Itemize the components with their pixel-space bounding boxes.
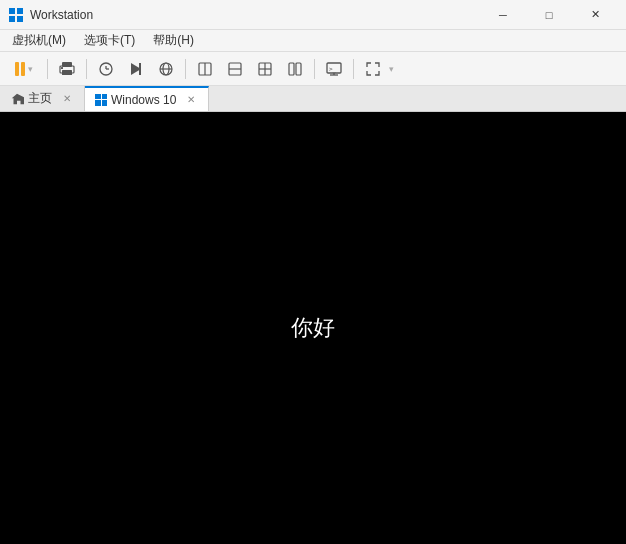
snapshot-icon [98, 61, 114, 77]
menu-vm[interactable]: 虚拟机(M) [4, 30, 74, 51]
separator-4 [314, 59, 315, 79]
menu-help[interactable]: 帮助(H) [145, 30, 202, 51]
svg-text:>_: >_ [329, 65, 337, 73]
fullscreen-arrow: ▾ [389, 64, 394, 74]
layout1-button[interactable] [191, 55, 219, 83]
svg-rect-24 [296, 63, 301, 75]
console-button[interactable]: >_ [320, 55, 348, 83]
separator-3 [185, 59, 186, 79]
vm-main-area: 你好 [0, 112, 626, 544]
svg-rect-7 [61, 67, 63, 69]
tab-windows10-label: Windows 10 [111, 93, 176, 107]
fullscreen-icon [365, 61, 381, 77]
close-button[interactable]: ✕ [572, 0, 618, 30]
vm-display[interactable]: 你好 [0, 112, 626, 544]
layout2-button[interactable] [221, 55, 249, 83]
layout4-button[interactable] [281, 55, 309, 83]
layout3-icon [257, 61, 273, 77]
suspend-button[interactable] [122, 55, 150, 83]
pause-icon: ▾ [15, 62, 33, 76]
windows-icon [95, 94, 107, 106]
menu-bar: 虚拟机(M) 选项卡(T) 帮助(H) [0, 30, 626, 52]
home-icon [10, 92, 24, 106]
network-icon [158, 61, 174, 77]
tab-home-label: 主页 [28, 90, 52, 107]
svg-rect-0 [9, 8, 15, 14]
tab-windows10[interactable]: Windows 10 ✕ [85, 86, 209, 111]
tab-windows10-close[interactable]: ✕ [184, 93, 198, 106]
separator-2 [86, 59, 87, 79]
title-bar-left: Workstation [8, 7, 93, 23]
printer-icon [59, 61, 75, 77]
svg-rect-6 [62, 70, 72, 75]
app-icon [8, 7, 24, 23]
separator-1 [47, 59, 48, 79]
tab-bar: 主页 ✕ Windows 10 ✕ [0, 86, 626, 112]
svg-rect-23 [289, 63, 294, 75]
window-title: Workstation [30, 8, 93, 22]
minimize-button[interactable]: ─ [480, 0, 526, 30]
snapshot-button[interactable] [92, 55, 120, 83]
toolbar: ▾ [0, 52, 626, 86]
layout4-icon [287, 61, 303, 77]
pause-button[interactable]: ▾ [6, 55, 42, 83]
title-bar: Workstation ─ □ ✕ [0, 0, 626, 30]
fullscreen-button[interactable] [359, 55, 387, 83]
maximize-button[interactable]: □ [526, 0, 572, 30]
separator-5 [353, 59, 354, 79]
suspend-icon [128, 61, 144, 77]
svg-rect-2 [9, 16, 15, 22]
vm-greeting: 你好 [291, 313, 335, 343]
svg-rect-3 [17, 16, 23, 22]
svg-rect-12 [139, 63, 141, 75]
print-button[interactable] [53, 55, 81, 83]
title-bar-controls: ─ □ ✕ [480, 0, 618, 30]
svg-rect-1 [17, 8, 23, 14]
layout2-icon [227, 61, 243, 77]
console-icon: >_ [326, 61, 342, 77]
network-button[interactable] [152, 55, 180, 83]
menu-tab[interactable]: 选项卡(T) [76, 30, 143, 51]
layout3-button[interactable] [251, 55, 279, 83]
tab-home[interactable]: 主页 ✕ [0, 86, 85, 111]
tab-home-close[interactable]: ✕ [60, 92, 74, 105]
layout1-icon [197, 61, 213, 77]
